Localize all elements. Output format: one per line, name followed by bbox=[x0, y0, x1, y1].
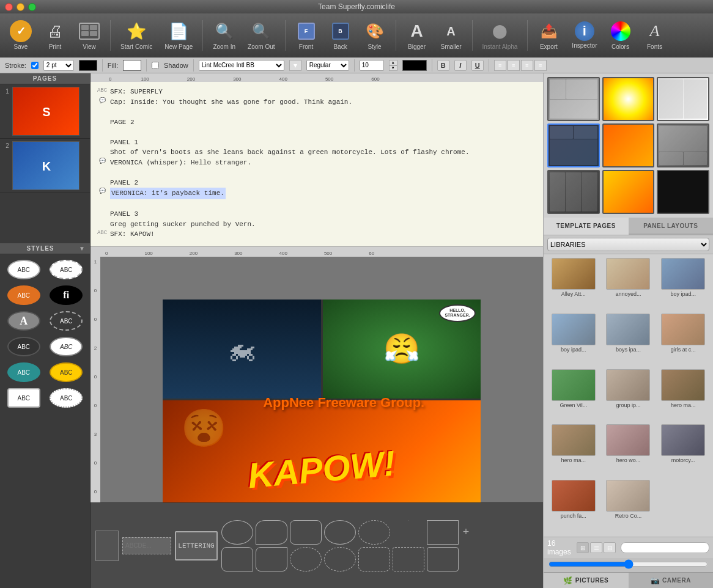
tab-pictures[interactable]: 🌿 PICTURES bbox=[544, 573, 629, 588]
font-arrow[interactable]: ▾ bbox=[289, 60, 301, 71]
shape-rect-small[interactable] bbox=[95, 531, 119, 561]
style-item-10[interactable]: ABC bbox=[46, 361, 87, 384]
image-item-punch[interactable]: punch fa... bbox=[547, 480, 600, 533]
grid-view-button[interactable]: ⊞ bbox=[577, 542, 589, 553]
instant-alpha-button[interactable]: ⬤ Instant Alpha bbox=[478, 18, 523, 53]
size-slider[interactable] bbox=[549, 559, 708, 569]
template-5[interactable] bbox=[602, 123, 655, 167]
template-7[interactable] bbox=[547, 170, 600, 214]
bigger-button[interactable]: A Bigger bbox=[401, 18, 433, 53]
style-item-8[interactable]: ABC bbox=[46, 335, 87, 358]
align-justify-button[interactable]: ≡ bbox=[534, 60, 547, 71]
shape-rect-1[interactable] bbox=[427, 520, 459, 545]
template-3[interactable] bbox=[657, 77, 709, 121]
new-page-button[interactable]: 📄 New Page bbox=[160, 18, 198, 53]
font-size-down[interactable]: ▼ bbox=[389, 65, 397, 71]
image-item-hero2[interactable]: hero ma... bbox=[547, 424, 600, 477]
style-item-7[interactable]: ABC bbox=[4, 335, 44, 358]
export-button[interactable]: 📤 Export bbox=[533, 18, 564, 53]
shape-rounded-rect[interactable] bbox=[427, 547, 459, 571]
template-2[interactable] bbox=[602, 77, 655, 121]
smaller-button[interactable]: A Smaller bbox=[435, 18, 467, 53]
align-right-button[interactable]: ≡ bbox=[521, 60, 533, 71]
style-button[interactable]: 🎨 Style bbox=[359, 18, 391, 53]
italic-button[interactable]: I bbox=[454, 60, 467, 71]
back-button[interactable]: B Back bbox=[325, 18, 356, 53]
flow-view-button[interactable]: ⊟ bbox=[604, 542, 616, 553]
font-size-up[interactable]: ▲ bbox=[389, 60, 397, 65]
style-item-3[interactable]: ABC bbox=[4, 284, 44, 307]
view-button[interactable]: View bbox=[73, 18, 105, 53]
script-area[interactable]: ABC SFX: SUPERFLY 💬 Cap: Inside: You tho… bbox=[91, 82, 543, 247]
minimize-button[interactable] bbox=[17, 3, 24, 11]
comic-canvas[interactable]: 🏍 😤 HELLO, STRANGER. bbox=[100, 257, 543, 502]
libraries-select[interactable]: LIBRARIES bbox=[547, 238, 709, 251]
fill-color-box[interactable] bbox=[123, 60, 141, 71]
template-8[interactable] bbox=[602, 170, 655, 214]
image-item-boys[interactable]: boys ipa... bbox=[602, 314, 655, 367]
front-button[interactable]: F Front bbox=[290, 18, 322, 53]
shadow-checkbox[interactable] bbox=[152, 62, 159, 69]
style-item-2[interactable]: ABC bbox=[46, 258, 87, 281]
print-button[interactable]: 🖨 Print bbox=[39, 18, 71, 53]
shape-oval-2[interactable] bbox=[324, 520, 356, 545]
shape-speech-2[interactable] bbox=[221, 547, 253, 571]
stroke-size-select[interactable]: 2 pt bbox=[43, 60, 74, 71]
image-item-girls[interactable]: girls at c... bbox=[657, 314, 709, 367]
tab-panel-layouts[interactable]: PANEL LAYOUTS bbox=[629, 218, 714, 235]
abcde-box[interactable] bbox=[122, 537, 171, 554]
abcde-input[interactable] bbox=[125, 542, 168, 549]
style-item-4[interactable]: fi bbox=[46, 284, 87, 307]
shape-thought-1[interactable] bbox=[290, 547, 322, 571]
image-item-moto[interactable]: motorcy... bbox=[657, 424, 709, 477]
style-item-6[interactable]: ABC bbox=[46, 309, 87, 333]
shape-rect-bubble[interactable] bbox=[290, 520, 322, 545]
image-item-boy2[interactable]: boy ipad... bbox=[547, 314, 600, 367]
shape-speech-3[interactable] bbox=[256, 547, 287, 571]
shape-star-1[interactable] bbox=[393, 520, 424, 545]
zoom-out-button[interactable]: 🔍 Zoom Out bbox=[243, 18, 279, 53]
template-1[interactable] bbox=[547, 77, 600, 121]
page-thumb-2[interactable]: 2 K bbox=[0, 139, 90, 193]
template-6[interactable] bbox=[657, 123, 709, 167]
shape-oval-1[interactable] bbox=[221, 520, 253, 545]
styles-expand-icon[interactable]: ▼ bbox=[79, 245, 88, 252]
shape-speech-1[interactable] bbox=[256, 520, 287, 545]
image-item-hero1[interactable]: hero ma... bbox=[657, 369, 709, 422]
add-shape-button[interactable]: + bbox=[461, 520, 471, 545]
font-select[interactable]: Lint McCree Intl BB bbox=[199, 60, 284, 71]
colors-button[interactable]: Colors bbox=[605, 18, 637, 53]
inspector-button[interactable]: i Inspector bbox=[567, 19, 602, 51]
template-9[interactable] bbox=[657, 170, 709, 214]
image-item-green[interactable]: Green Vil... bbox=[547, 369, 600, 422]
stroke-color-box[interactable] bbox=[79, 60, 97, 71]
style-item-12[interactable]: ABC bbox=[46, 386, 87, 410]
font-color-box[interactable] bbox=[402, 60, 427, 71]
maximize-button[interactable] bbox=[28, 3, 36, 11]
search-input[interactable] bbox=[621, 542, 709, 553]
underline-button[interactable]: U bbox=[471, 60, 484, 71]
font-size-input[interactable] bbox=[360, 60, 384, 71]
image-item-boy1[interactable]: boy ipad... bbox=[657, 258, 709, 311]
image-item-retro[interactable]: Retro Co... bbox=[602, 480, 655, 533]
style-item-11[interactable]: ABC bbox=[4, 386, 44, 410]
shape-thought-2[interactable] bbox=[324, 547, 356, 571]
close-button[interactable] bbox=[5, 3, 13, 11]
list-view-button[interactable]: ☰ bbox=[590, 542, 602, 553]
style-item-1[interactable]: ABC bbox=[4, 258, 44, 281]
bold-button[interactable]: B bbox=[437, 60, 449, 71]
shape-dashed-1[interactable] bbox=[358, 520, 390, 545]
font-style-select[interactable]: Regular bbox=[306, 60, 349, 71]
shape-dashed-2[interactable] bbox=[358, 547, 390, 571]
tab-camera[interactable]: 📷 CAMERA bbox=[629, 573, 714, 588]
template-4-selected[interactable] bbox=[547, 123, 600, 167]
lettering-box[interactable]: LETTERING bbox=[175, 531, 218, 560]
image-item-annoyed[interactable]: annoyed... bbox=[602, 258, 655, 311]
image-item-group[interactable]: group ip... bbox=[602, 369, 655, 422]
align-center-button[interactable]: ≡ bbox=[508, 60, 520, 71]
fonts-button[interactable]: A Fonts bbox=[639, 18, 671, 53]
image-item-alley[interactable]: Alley Att... bbox=[547, 258, 600, 311]
page-thumb-1[interactable]: 1 S bbox=[0, 84, 90, 139]
save-button[interactable]: ✓ Save bbox=[5, 18, 37, 53]
image-item-herob[interactable]: hero wo... bbox=[602, 424, 655, 477]
